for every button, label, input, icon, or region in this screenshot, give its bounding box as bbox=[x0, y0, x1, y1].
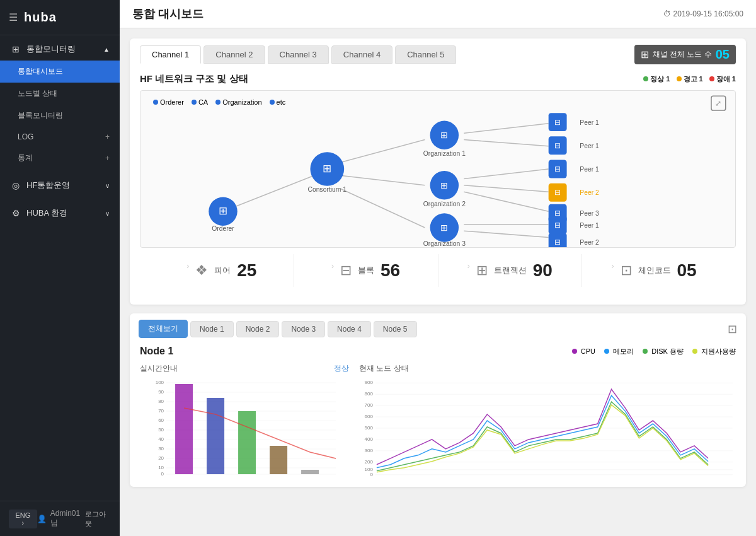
channel-tab-3[interactable]: Channel 3 bbox=[268, 45, 329, 64]
sidebar-footer: ENG › 👤 Admin01님 로그아웃 bbox=[0, 501, 120, 536]
svg-text:Orderer: Orderer bbox=[212, 225, 234, 232]
network-title-row: HF 네트워크 구조 및 상태 정상 1 경고 1 장애 1 bbox=[140, 73, 736, 85]
network-diagram: Orderer CA Organization etc bbox=[140, 90, 736, 248]
huba-env-arrow: ∨ bbox=[105, 210, 110, 217]
support-legend: 지원사용량 bbox=[692, 347, 736, 356]
cpu-label: CPU bbox=[581, 347, 595, 355]
logo: huba bbox=[24, 10, 57, 25]
node-tab-4[interactable]: Node 4 bbox=[328, 321, 371, 337]
svg-text:90: 90 bbox=[158, 389, 164, 395]
hf-ops-label: HF통합운영 bbox=[26, 180, 70, 191]
svg-text:Peer 2: Peer 2 bbox=[580, 189, 599, 196]
svg-text:⊟: ⊟ bbox=[554, 141, 561, 150]
cpu-legend: CPU bbox=[572, 347, 595, 355]
channel-node-label: 채널 전체 노드 수 bbox=[653, 49, 712, 60]
mem-legend: 메모리 bbox=[604, 347, 634, 356]
node-tab-all[interactable]: 전체보기 bbox=[139, 320, 188, 338]
log-label: LOG bbox=[18, 132, 33, 141]
huba-env-label: HUBA 환경 bbox=[26, 207, 67, 219]
sidebar-item-stats[interactable]: 통계 + bbox=[0, 147, 120, 169]
svg-text:400: 400 bbox=[365, 436, 374, 442]
node-tab-1[interactable]: Node 1 bbox=[190, 321, 234, 337]
tx-label: 트랜젝션 bbox=[494, 265, 527, 276]
sidebar-item-block[interactable]: 블록모니터링 bbox=[0, 105, 120, 127]
log-plus-icon[interactable]: + bbox=[105, 132, 110, 141]
svg-text:0: 0 bbox=[161, 471, 164, 477]
node-tab-2[interactable]: Node 2 bbox=[236, 321, 280, 337]
svg-text:⊞: ⊞ bbox=[440, 130, 448, 140]
support-dot bbox=[692, 349, 697, 354]
current-state-chart-svg: 900 800 700 600 500 400 300 200 100 0 bbox=[359, 376, 736, 477]
status-error-label: 장애 1 bbox=[716, 75, 736, 83]
stats-label: 통계 bbox=[18, 153, 33, 163]
cc-arrow: › bbox=[612, 262, 614, 271]
svg-rect-73 bbox=[238, 411, 256, 474]
disk-label: DISK 용량 bbox=[651, 347, 684, 355]
svg-text:500: 500 bbox=[365, 425, 374, 431]
realtime-label: 실시간안내 bbox=[140, 363, 178, 374]
node-tab-3[interactable]: Node 3 bbox=[282, 321, 325, 337]
node-tab-5[interactable]: Node 5 bbox=[374, 321, 417, 337]
peer-label: 피어 bbox=[214, 265, 231, 276]
sidebar-item-hf-ops[interactable]: ◎ HF통합운영 ∨ bbox=[0, 174, 120, 197]
svg-text:⤢: ⤢ bbox=[715, 99, 721, 108]
block-icon: ⊟ bbox=[340, 262, 352, 279]
svg-text:Consortium 1: Consortium 1 bbox=[308, 186, 347, 193]
node-panel: 전체보기 Node 1 Node 2 Node 3 Node 4 Node 5 … bbox=[130, 313, 746, 487]
svg-rect-74 bbox=[270, 446, 287, 474]
sidebar-item-log[interactable]: LOG + bbox=[0, 127, 120, 147]
channel-tab-1[interactable]: Channel 1 bbox=[140, 45, 201, 64]
svg-text:⊟: ⊟ bbox=[554, 238, 561, 247]
channel-tab-4[interactable]: Channel 4 bbox=[331, 45, 392, 64]
datetime: ⏱ 2019-09-15 16:05:00 bbox=[663, 9, 743, 18]
svg-text:80: 80 bbox=[158, 399, 164, 404]
hf-ops-section: ◎ HF통합운영 ∨ bbox=[0, 172, 120, 199]
svg-text:Peer 1: Peer 1 bbox=[580, 143, 599, 149]
topbar: 통합 대시보드 ⏱ 2019-09-15 16:05:00 bbox=[120, 0, 756, 28]
node-fullscreen-button[interactable]: ⊡ bbox=[728, 322, 737, 336]
mem-dot bbox=[604, 349, 609, 354]
cc-label: 체인코드 bbox=[638, 265, 671, 276]
status-legend: 정상 1 경고 1 장애 1 bbox=[643, 74, 736, 84]
svg-text:40: 40 bbox=[158, 436, 164, 442]
sidebar-item-monitoring[interactable]: ⊞ 통합모니터링 ▲ bbox=[0, 38, 120, 61]
huba-env-icon: ⚙ bbox=[10, 208, 21, 218]
channel-node-count-box: ⊞ 채널 전체 노드 수 05 bbox=[634, 45, 736, 64]
stat-block: › ⊟ 블록 56 bbox=[294, 254, 438, 287]
lang-button[interactable]: ENG › bbox=[9, 510, 37, 528]
tx-icon: ⊞ bbox=[476, 262, 488, 279]
monitoring-icon: ⊞ bbox=[10, 44, 21, 54]
cpu-dot bbox=[572, 349, 577, 354]
svg-text:Organization 2: Organization 2 bbox=[423, 201, 466, 207]
channel-tab-5[interactable]: Channel 5 bbox=[395, 45, 456, 64]
svg-text:0: 0 bbox=[370, 472, 374, 477]
svg-text:900: 900 bbox=[365, 380, 374, 385]
menu-icon[interactable]: ☰ bbox=[9, 11, 18, 23]
svg-text:Peer 2: Peer 2 bbox=[580, 239, 599, 246]
current-state-chart-box: 현재 노드 상태 900 800 700 600 500 400 300 200 bbox=[359, 363, 736, 479]
user-icon: 👤 bbox=[37, 515, 47, 523]
svg-text:60: 60 bbox=[158, 417, 164, 423]
svg-line-7 bbox=[464, 185, 548, 192]
network-section: HF 네트워크 구조 및 상태 정상 1 경고 1 장애 1 bbox=[130, 64, 746, 305]
stat-transaction: › ⊞ 트랜젝션 90 bbox=[438, 254, 583, 287]
svg-line-0 bbox=[223, 175, 314, 211]
monitoring-section: ⊞ 통합모니터링 ▲ 통합대시보드 노드별 상태 블록모니터링 LOG + 통계… bbox=[0, 35, 120, 172]
stats-plus-icon[interactable]: + bbox=[105, 154, 110, 163]
logout-button[interactable]: 로그아웃 bbox=[85, 510, 111, 528]
disk-legend: DISK 용량 bbox=[643, 347, 684, 356]
svg-line-8 bbox=[464, 192, 548, 211]
sidebar-item-huba-env[interactable]: ⚙ HUBA 환경 ∨ bbox=[0, 202, 120, 224]
channel-tab-2[interactable]: Channel 2 bbox=[203, 45, 265, 64]
svg-text:800: 800 bbox=[365, 391, 374, 397]
node-title: Node 1 bbox=[140, 346, 173, 357]
cc-icon: ⊡ bbox=[621, 262, 632, 279]
svg-rect-72 bbox=[207, 398, 224, 474]
peer-icon: ❖ bbox=[195, 262, 208, 279]
stat-chaincode: › ⊡ 체인코드 05 bbox=[582, 254, 726, 287]
main-content: 통합 대시보드 ⏱ 2019-09-15 16:05:00 Channel 1 … bbox=[120, 0, 756, 536]
sidebar-item-dashboard[interactable]: 통합대시보드 bbox=[0, 61, 120, 83]
sidebar-header: ☰ huba bbox=[0, 0, 120, 35]
svg-text:⊞: ⊞ bbox=[219, 205, 227, 217]
sidebar-item-nodes[interactable]: 노드별 상태 bbox=[0, 83, 120, 105]
